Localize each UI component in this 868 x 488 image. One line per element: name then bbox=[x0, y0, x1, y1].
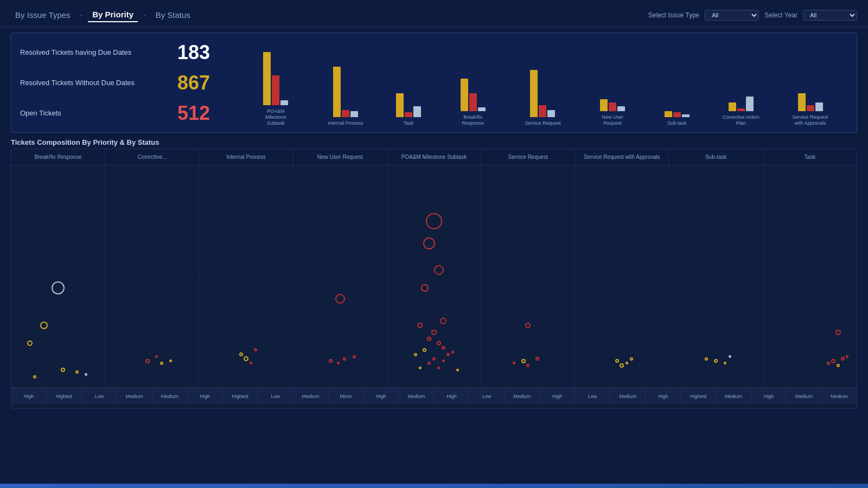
bubble bbox=[440, 318, 446, 324]
bar-gold bbox=[665, 111, 672, 117]
resolved-with-dates-label: Resolved Tickets having Due Dates bbox=[20, 48, 167, 56]
axis-cell: High bbox=[364, 388, 399, 404]
scatter-column-headers: Break/fix ResponseCorrective...Internal … bbox=[11, 149, 857, 165]
bars bbox=[798, 46, 823, 111]
bar-group: POA&M Milestone Subtask bbox=[257, 40, 295, 126]
bubble bbox=[33, 375, 36, 378]
bar-white bbox=[350, 111, 358, 117]
scatter-col-header: Sub-task bbox=[669, 149, 763, 165]
bubble bbox=[427, 337, 431, 341]
bubble bbox=[526, 364, 529, 367]
sep-1: - bbox=[80, 11, 82, 20]
bubble bbox=[337, 362, 340, 364]
year-filter-label: Select Year bbox=[764, 11, 797, 19]
bars bbox=[333, 52, 358, 117]
bubble bbox=[155, 355, 158, 358]
scatter-col-header: Service Request with Approvals bbox=[575, 149, 669, 165]
bar-white bbox=[413, 106, 421, 117]
bubble bbox=[244, 356, 248, 361]
bar-red bbox=[272, 75, 279, 105]
open-tickets-value: 512 bbox=[177, 102, 221, 125]
bubble bbox=[432, 357, 436, 361]
tab-by-priority[interactable]: By Priority bbox=[88, 8, 138, 22]
axis-cell: Medium bbox=[787, 388, 822, 404]
bubble bbox=[827, 362, 830, 365]
summary-stats: Resolved Tickets having Due Dates 183 Re… bbox=[20, 41, 237, 125]
bubble bbox=[423, 237, 435, 249]
axis-cell: Medium bbox=[152, 388, 188, 404]
bubble bbox=[426, 213, 442, 229]
axis-cell: Low bbox=[258, 388, 293, 404]
bar-label: Service Request with Approvals bbox=[792, 114, 828, 126]
axis-cell: Low bbox=[469, 388, 505, 404]
axis-cell: Medium bbox=[822, 388, 857, 404]
axis-cell: Medium bbox=[505, 388, 540, 404]
summary-bar-chart: POA&M Milestone SubtaskInternal ProcessT… bbox=[237, 40, 848, 126]
scatter-col-header: Break/fix Response bbox=[11, 149, 105, 165]
bubble bbox=[431, 330, 437, 335]
axis-cell: Medium bbox=[399, 388, 434, 404]
sep-2: - bbox=[143, 11, 146, 20]
axis-cell: Medium bbox=[293, 388, 329, 404]
bar-red bbox=[342, 110, 349, 117]
bubble bbox=[85, 373, 87, 376]
stat-row-resolved-without-dates: Resolved Tickets Without Due Dates 867 bbox=[20, 72, 237, 94]
bubble bbox=[434, 265, 444, 275]
scatter-container: Break/fix ResponseCorrective...Internal … bbox=[11, 149, 857, 409]
bubble bbox=[419, 367, 422, 369]
scatter-axis: HighHighestLowMediumMediumHighHighestLow… bbox=[11, 388, 857, 404]
scatter-lane bbox=[11, 165, 105, 388]
bars bbox=[396, 52, 421, 117]
open-tickets-label: Open Tickets bbox=[20, 109, 167, 117]
bubble bbox=[525, 323, 531, 328]
bubble bbox=[27, 341, 33, 346]
bubble bbox=[626, 362, 628, 364]
bar-white bbox=[682, 114, 690, 117]
bubble bbox=[456, 369, 459, 371]
bar-group: New User Request bbox=[593, 46, 631, 126]
bubble bbox=[724, 362, 726, 364]
tab-by-issue-types[interactable]: By Issue Types bbox=[11, 8, 74, 22]
tab-by-status[interactable]: By Status bbox=[151, 8, 195, 22]
bubble bbox=[620, 363, 624, 368]
bubble bbox=[427, 362, 431, 365]
axis-cell: Medium bbox=[610, 388, 646, 404]
bubble bbox=[335, 294, 345, 304]
axis-cell: Low bbox=[575, 388, 610, 404]
axis-cell: High bbox=[11, 388, 47, 404]
bubble bbox=[615, 359, 619, 363]
bar-label: Service Request bbox=[525, 120, 560, 126]
bubble bbox=[437, 367, 440, 369]
issue-type-select[interactable]: All bbox=[705, 10, 759, 21]
bar-gold bbox=[263, 52, 271, 105]
bubble bbox=[437, 341, 441, 345]
bar-gold bbox=[729, 102, 736, 111]
axis-cell: Low bbox=[82, 388, 117, 404]
bar-label: Internal Process bbox=[328, 120, 363, 126]
bubble bbox=[414, 353, 417, 356]
bubble bbox=[841, 357, 845, 361]
resolved-without-dates-label: Resolved Tickets Without Due Dates bbox=[20, 79, 167, 87]
bars bbox=[263, 40, 288, 105]
bars bbox=[530, 52, 555, 117]
bars bbox=[461, 46, 486, 111]
scatter-lane bbox=[387, 165, 481, 388]
bubble bbox=[145, 359, 150, 363]
bubble bbox=[421, 284, 429, 292]
stat-row-open-tickets: Open Tickets 512 bbox=[20, 102, 237, 125]
summary-box: Resolved Tickets having Due Dates 183 Re… bbox=[11, 33, 857, 133]
axis-cell: Highest bbox=[681, 388, 716, 404]
bar-gold bbox=[798, 93, 806, 111]
scatter-col-header: New User Request bbox=[293, 149, 387, 165]
bubble bbox=[535, 357, 539, 361]
bar-white bbox=[815, 102, 823, 111]
scatter-lane bbox=[669, 165, 763, 388]
scatter-lane bbox=[481, 165, 575, 388]
bubble bbox=[75, 370, 79, 374]
bubble bbox=[329, 359, 333, 363]
bubble bbox=[446, 353, 450, 356]
bar-red bbox=[807, 105, 814, 111]
scatter-col-header: Task bbox=[763, 149, 857, 165]
year-select[interactable]: All bbox=[803, 10, 857, 21]
bubble bbox=[254, 348, 257, 351]
